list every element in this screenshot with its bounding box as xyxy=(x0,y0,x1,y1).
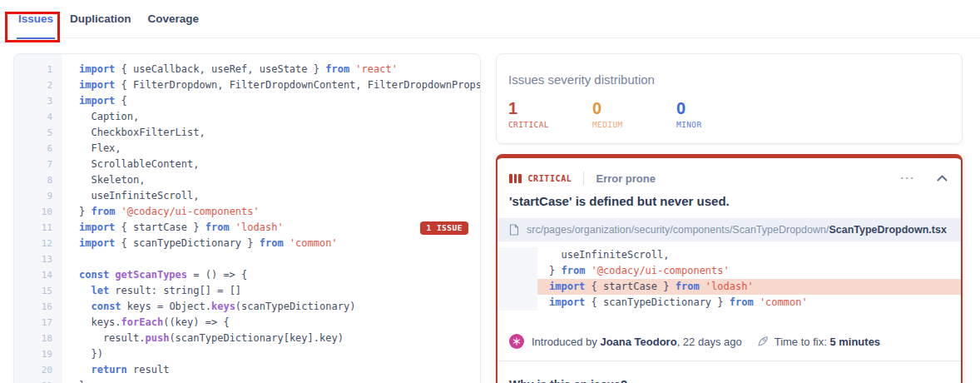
code-line-7: 7 ScrollableContent, xyxy=(14,157,480,172)
severity-panel-title: Issues severity distribution xyxy=(508,72,950,87)
issue-count-badge[interactable]: 1 ISSUE xyxy=(420,221,468,235)
line-number: 4 xyxy=(14,109,62,125)
why-issue-heading: Why is this an issue? xyxy=(497,361,961,383)
code-line-8: 8 Skeleton, xyxy=(14,172,480,188)
line-number: 21 xyxy=(14,378,62,383)
severity-item-medium: 0MEDIUM xyxy=(592,99,676,129)
issue-code-snippet: 9 useInfiniteScroll,10} from '@codacy/ui… xyxy=(497,247,961,311)
line-code: import { scanTypeDictionary } from 'comm… xyxy=(537,295,961,311)
code-line-21: 21} xyxy=(14,378,480,383)
issue-category-label: Error prone xyxy=(596,172,656,185)
line-number: 9 xyxy=(14,188,62,204)
line-number: 16 xyxy=(14,299,62,315)
code-line-4: 4 Caption, xyxy=(14,109,480,125)
tab-bar: IssuesDuplicationCoverage xyxy=(0,0,980,38)
severity-count: 0 xyxy=(592,99,676,117)
line-code: import { startCase } from 'lodash'1 ISSU… xyxy=(62,220,480,236)
line-code: Caption, xyxy=(62,109,480,125)
line-number: 1 xyxy=(14,62,62,77)
line-number: 8 xyxy=(14,172,62,188)
more-options-icon[interactable]: ··· xyxy=(901,174,916,182)
code-line-12: 12import { scanTypeDictionary } from 'co… xyxy=(14,236,480,251)
line-code: const keys = Object.keys(scanTypeDiction… xyxy=(62,299,480,315)
issue-card-header: CRITICAL Error prone ··· xyxy=(497,158,961,185)
line-number: 11 xyxy=(14,220,62,236)
code-line-15: 15 let result: string[] = [] xyxy=(14,283,480,299)
line-code: ScrollableContent, xyxy=(62,157,480,172)
line-number: 17 xyxy=(14,315,62,331)
tab-duplication[interactable]: Duplication xyxy=(68,0,133,38)
severity-label: MEDIUM xyxy=(592,120,676,129)
line-code: } from '@codacy/ui-components' xyxy=(537,263,961,279)
critical-severity-icon xyxy=(509,174,522,183)
line-code: useInfiniteScroll, xyxy=(62,188,480,204)
line-code: return result xyxy=(62,362,480,378)
introduced-by-text: Introduced by Joana Teodoro, 22 days ago xyxy=(532,336,742,348)
code-line-13: 13 xyxy=(14,251,480,267)
line-number: 10 xyxy=(14,204,62,220)
line-code: Flex, xyxy=(62,141,480,157)
code-lines: 1import { useCallback, useRef, useState … xyxy=(14,54,480,383)
header-divider xyxy=(583,172,584,185)
file-path-prefix: src/pages/organization/security/componen… xyxy=(527,224,829,236)
rocket-icon xyxy=(757,336,769,347)
file-path: src/pages/organization/security/componen… xyxy=(527,224,947,236)
time-to-fix-text: Time to fix: 5 minutes xyxy=(775,336,880,348)
severity-items: 1CRITICAL0MEDIUM0MINOR xyxy=(508,99,950,129)
code-line-3: 3import { xyxy=(14,93,480,109)
tab-issues[interactable]: Issues xyxy=(17,0,55,38)
line-code: let result: string[] = [] xyxy=(62,283,480,299)
line-code: CheckboxFilterList, xyxy=(62,125,480,141)
line-number: 5 xyxy=(14,125,62,141)
line-code: Skeleton, xyxy=(62,172,480,188)
time-to-fix-value: 5 minutes xyxy=(829,336,880,348)
line-code: useInfiniteScroll, xyxy=(537,247,961,263)
line-code: import { scanTypeDictionary } from 'comm… xyxy=(62,236,480,251)
code-line-9: 9 useInfiniteScroll, xyxy=(14,188,480,204)
code-line-12: 12import { scanTypeDictionary } from 'co… xyxy=(497,295,961,311)
file-name: ScanTypeDropdown.tsx xyxy=(829,224,946,236)
chevron-up-icon[interactable] xyxy=(937,175,948,182)
code-line-6: 6 Flex, xyxy=(14,141,480,157)
page: IssuesDuplicationCoverage 1import { useC… xyxy=(0,0,980,383)
code-line-10: 10} from '@codacy/ui-components' xyxy=(497,263,961,279)
severity-item-minor: 0MINOR xyxy=(676,99,760,129)
line-number: 19 xyxy=(14,346,62,362)
code-line-2: 2import { FilterDropdown, FilterDropdown… xyxy=(14,77,480,93)
severity-count: 0 xyxy=(676,99,760,117)
line-number: 14 xyxy=(14,267,62,283)
issue-severity-label: CRITICAL xyxy=(528,174,572,183)
severity-item-critical: 1CRITICAL xyxy=(508,99,592,129)
code-line-10: 10} from '@codacy/ui-components' xyxy=(14,204,480,220)
code-line-20: 20 return result xyxy=(14,362,480,378)
code-line-18: 18 result.push(scanTypeDictionary[key].k… xyxy=(14,331,480,346)
line-number: 2 xyxy=(14,77,62,93)
code-line-1: 1import { useCallback, useRef, useState … xyxy=(14,62,480,77)
snippet-line-number-gutter xyxy=(497,247,537,311)
code-line-16: 16 const keys = Object.keys(scanTypeDict… xyxy=(14,299,480,315)
avatar xyxy=(509,334,524,349)
code-line-19: 19 }) xyxy=(14,346,480,362)
line-code: import { startCase } from 'lodash' xyxy=(537,279,961,295)
severity-label: CRITICAL xyxy=(508,120,592,129)
line-code: import { FilterDropdown, FilterDropdownC… xyxy=(62,77,480,93)
code-line-5: 5 CheckboxFilterList, xyxy=(14,125,480,141)
line-code: keys.forEach((key) => { xyxy=(62,315,480,331)
author-name: Joana Teodoro xyxy=(600,336,676,348)
severity-distribution-panel: Issues severity distribution 1CRITICAL0M… xyxy=(496,53,963,144)
line-number: 13 xyxy=(14,251,62,267)
line-number: 15 xyxy=(14,283,62,299)
line-code: import { useCallback, useRef, useState }… xyxy=(62,62,480,77)
line-number: 18 xyxy=(14,331,62,346)
source-code-panel: 1import { useCallback, useRef, useState … xyxy=(13,53,481,383)
line-code: const getScanTypes = () => { xyxy=(62,267,480,283)
severity-label: MINOR xyxy=(676,120,760,129)
issue-card-footer: Introduced by Joana Teodoro, 22 days ago… xyxy=(497,319,961,361)
line-number: 6 xyxy=(14,141,62,157)
file-path-bar[interactable]: src/pages/organization/security/componen… xyxy=(497,218,961,241)
line-code: } from '@codacy/ui-components' xyxy=(62,204,480,220)
issue-card: CRITICAL Error prone ··· 'startCase' is … xyxy=(496,154,963,383)
tab-coverage[interactable]: Coverage xyxy=(146,0,201,38)
line-number: 20 xyxy=(14,362,62,378)
line-number: 3 xyxy=(14,93,62,109)
